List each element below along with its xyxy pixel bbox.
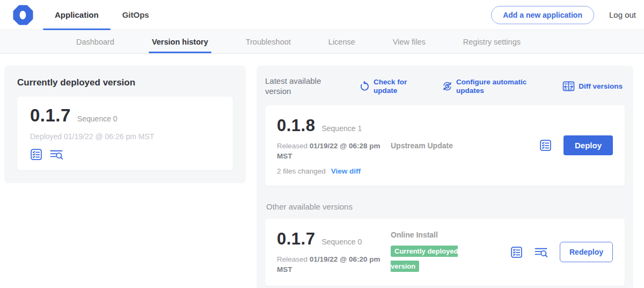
refresh-icon <box>360 81 370 91</box>
diff-icon <box>562 81 575 91</box>
currently-deployed-badge: Currently deployed version <box>391 246 458 272</box>
latest-released-timestamp: Released 01/19/22 @ 06:28 pm MST <box>277 141 387 162</box>
admin-console-page: Application GitOps Add a new application… <box>0 0 644 288</box>
app-sub-nav: Dashboard Version history Troubleshoot L… <box>0 30 644 54</box>
released-prefix: Released <box>277 142 310 150</box>
diff-versions-link[interactable]: Diff versions <box>562 81 623 91</box>
files-changed-label: 2 files changed <box>277 167 326 175</box>
released-prefix: Released <box>277 255 310 263</box>
tab-gitops[interactable]: GitOps <box>111 0 161 30</box>
tab-gitops-label: GitOps <box>122 10 149 19</box>
latest-version-card: 0.1.8 Sequence 1 Released 01/19/22 @ 06:… <box>265 105 625 186</box>
tab-version-history[interactable]: Version history <box>152 30 208 53</box>
view-logs-icon[interactable] <box>535 246 548 258</box>
deployed-timestamp: Deployed 01/19/22 @ 06:26 pm MST <box>30 132 220 141</box>
currently-deployed-panel: Currently deployed version 0.1.7 Sequenc… <box>4 66 246 183</box>
preflight-checks-icon[interactable] <box>539 139 552 152</box>
latest-version-sequence: Sequence 1 <box>321 124 362 133</box>
current-version-sequence: Sequence 0 <box>77 114 118 123</box>
other-version-source: Online Install <box>391 231 470 239</box>
other-version-card: 0.1.7 Sequence 0 Released 01/19/22 @ 06:… <box>265 219 625 286</box>
currently-deployed-title: Currently deployed version <box>17 77 233 88</box>
configure-updates-label: Configure automatic updates <box>456 78 537 95</box>
other-version-number: 0.1.7 <box>277 229 315 249</box>
auto-update-icon <box>442 81 452 91</box>
tab-dashboard[interactable]: Dashboard <box>76 30 114 53</box>
available-versions-panel: Latest available version Check for updat… <box>257 66 633 288</box>
deployed-badge-wrap: Currently deployed version <box>391 243 470 273</box>
tab-application[interactable]: Application <box>43 0 111 30</box>
latest-version-number: 0.1.8 <box>277 116 315 135</box>
other-version-sequence: Sequence 0 <box>321 237 362 246</box>
add-application-button[interactable]: Add a new application <box>491 6 594 24</box>
other-versions-title: Other available versions <box>266 202 625 211</box>
current-version-card: 0.1.7 Sequence 0 Deployed 01/19/22 @ 06:… <box>17 97 233 170</box>
view-logs-icon[interactable] <box>50 148 63 161</box>
topnav-right: Add a new application Log out <box>491 0 636 30</box>
diff-versions-label: Diff versions <box>579 82 623 91</box>
redeploy-button[interactable]: Redeploy <box>560 242 613 262</box>
check-for-update-link[interactable]: Check for update <box>360 78 409 95</box>
current-version-number: 0.1.7 <box>30 105 71 126</box>
main-content: Currently deployed version 0.1.7 Sequenc… <box>0 54 644 288</box>
topnav-tabs: Application GitOps <box>43 0 161 30</box>
preflight-checks-icon[interactable] <box>30 148 42 161</box>
tab-application-label: Application <box>55 10 99 19</box>
logout-link[interactable]: Log out <box>609 10 636 19</box>
app-logo[interactable] <box>13 0 33 30</box>
view-diff-link[interactable]: View diff <box>331 167 361 175</box>
preflight-checks-icon[interactable] <box>510 246 523 258</box>
tab-view-files[interactable]: View files <box>393 30 426 53</box>
latest-version-source: Upstream Update <box>391 141 453 150</box>
tab-registry-settings[interactable]: Registry settings <box>463 30 521 53</box>
kots-logo-icon <box>13 5 33 25</box>
tab-troubleshoot[interactable]: Troubleshoot <box>246 30 291 53</box>
other-released-timestamp: Released 01/19/22 @ 06:20 pm MST <box>277 254 387 275</box>
configure-updates-link[interactable]: Configure automatic updates <box>442 78 537 95</box>
top-nav: Application GitOps Add a new application… <box>0 0 644 30</box>
deploy-button[interactable]: Deploy <box>564 135 613 155</box>
latest-available-title: Latest available version <box>265 76 336 97</box>
available-versions-header: Latest available version Check for updat… <box>265 76 625 97</box>
check-for-update-label: Check for update <box>374 78 409 95</box>
tab-license[interactable]: License <box>328 30 355 53</box>
